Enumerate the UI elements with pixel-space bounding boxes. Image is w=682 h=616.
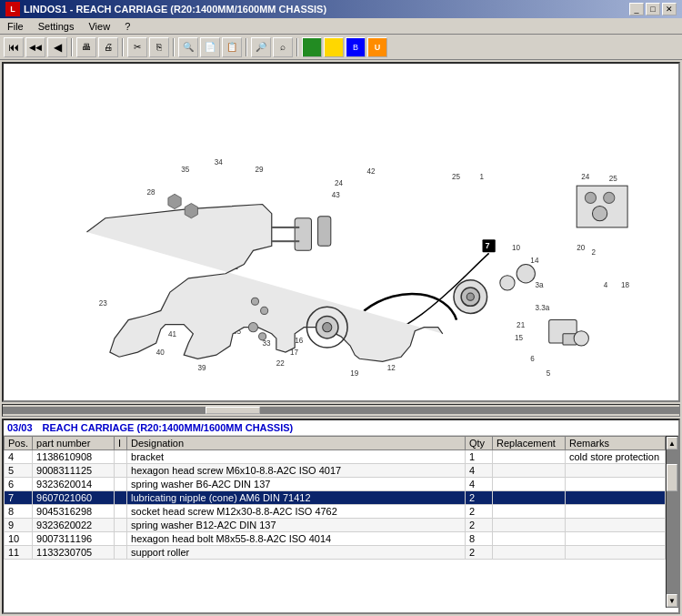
svg-point-47 xyxy=(323,323,332,332)
cell-replacement xyxy=(493,532,566,546)
green-button[interactable] xyxy=(302,37,322,57)
svg-text:40: 40 xyxy=(156,348,165,357)
cell-replacement xyxy=(493,464,566,478)
svg-text:39: 39 xyxy=(197,364,206,372)
col-header-part: part number xyxy=(33,437,115,450)
blue-button[interactable]: B xyxy=(346,37,366,57)
maximize-button[interactable]: □ xyxy=(646,3,660,15)
table-row[interactable]: 111133230705support roller2 xyxy=(5,546,666,560)
table-row[interactable]: 69323620014spring washer B6-A2C DIN 1374 xyxy=(5,478,666,491)
diagram-area[interactable]: 35 34 29 28 42 24 43 25 1 24 25 23 31 30… xyxy=(2,62,680,402)
print-button[interactable]: 🖶 xyxy=(76,37,96,57)
orange-button[interactable]: U xyxy=(367,37,387,57)
scroll-up-button[interactable]: ▲ xyxy=(667,437,677,449)
yellow-button[interactable] xyxy=(324,37,344,57)
vertical-scrollbar[interactable]: ▲ ▼ xyxy=(666,436,678,608)
svg-marker-66 xyxy=(168,194,181,208)
cell-pos: 4 xyxy=(5,450,33,464)
svg-text:12: 12 xyxy=(387,364,396,372)
cell-designation: bracket xyxy=(127,450,466,464)
svg-marker-67 xyxy=(185,203,197,217)
svg-text:34: 34 xyxy=(215,158,224,167)
search-button[interactable]: 🔎 xyxy=(251,37,271,57)
table-row[interactable]: 59008311125hexagon head screw M6x10-8.8-… xyxy=(5,464,666,478)
table-row[interactable]: 99323620022spring washer B12-A2C DIN 137… xyxy=(5,519,666,532)
sep-1 xyxy=(71,38,73,56)
svg-text:4: 4 xyxy=(604,281,608,289)
col-header-pos: Pos. xyxy=(5,437,33,450)
cell-replacement xyxy=(493,505,566,519)
page-button[interactable]: 📄 xyxy=(200,37,220,57)
horizontal-scrollbar[interactable] xyxy=(2,404,680,417)
h-scroll-thumb[interactable] xyxy=(206,407,260,414)
print2-button[interactable]: 🖨 xyxy=(98,37,118,57)
cell-remarks xyxy=(566,519,666,532)
cell-pos: 8 xyxy=(5,505,33,519)
cell-remarks xyxy=(566,491,666,505)
col-header-indicator: I xyxy=(115,437,127,450)
svg-text:35: 35 xyxy=(181,166,190,174)
menu-file[interactable]: File xyxy=(4,20,27,33)
cell-qty: 2 xyxy=(466,546,493,560)
first-button[interactable]: ⏮ xyxy=(4,37,24,57)
parts-area: 03/03 REACH CARRIAGE (R20:1400MM/1600MM … xyxy=(2,419,680,614)
copy-button[interactable]: ⎘ xyxy=(149,37,169,57)
cell-pos: 11 xyxy=(5,546,33,560)
svg-text:20: 20 xyxy=(577,244,586,252)
svg-rect-64 xyxy=(295,218,311,251)
table-row[interactable]: 89045316298socket head screw M12x30-8.8-… xyxy=(5,505,666,519)
title-bar-buttons[interactable]: _ □ ✕ xyxy=(629,3,677,15)
table-row[interactable]: 41138610908bracket1cold store protection xyxy=(5,450,666,464)
scroll-down-button[interactable]: ▼ xyxy=(667,594,677,607)
cell-part: 9008311125 xyxy=(33,464,115,478)
prev-prev-button[interactable]: ◀◀ xyxy=(25,37,45,57)
cell-pos: 5 xyxy=(5,464,33,478)
sep-4 xyxy=(246,38,247,56)
svg-point-55 xyxy=(261,307,268,314)
cell-designation: lubricating nipple (cone) AM6 DIN 71412 xyxy=(127,491,466,505)
title-bar: L LINDOS1 - REACH CARRIAGE (R20:1400MM/1… xyxy=(0,0,682,18)
cut-button[interactable]: ✂ xyxy=(127,37,147,57)
cell-part: 9007311196 xyxy=(33,532,115,546)
cell-part: 9323620022 xyxy=(33,519,115,532)
v-scroll-track xyxy=(667,449,677,594)
title-bar-left: L LINDOS1 - REACH CARRIAGE (R20:1400MM/1… xyxy=(5,2,326,16)
v-scroll-thumb[interactable] xyxy=(667,464,677,491)
svg-text:23: 23 xyxy=(99,299,108,308)
menu-view[interactable]: View xyxy=(85,20,114,33)
search2-button[interactable]: ⌕ xyxy=(273,37,293,57)
cell-remarks xyxy=(566,532,666,546)
section-title: REACH CARRIAGE (R20:1400MM/1600MM CHASSI… xyxy=(43,422,294,433)
svg-text:6: 6 xyxy=(530,355,535,363)
toolbar: ⏮ ◀◀ ◀ 🖶 🖨 ✂ ⎘ 🔍 📄 📋 🔎 ⌕ B U xyxy=(0,35,682,60)
svg-point-53 xyxy=(248,323,257,332)
cell-indicator xyxy=(115,478,127,491)
cell-remarks xyxy=(566,464,666,478)
svg-text:15: 15 xyxy=(515,334,524,342)
col-header-replacement: Replacement xyxy=(493,437,566,450)
svg-text:5: 5 xyxy=(547,369,551,378)
table-row[interactable]: 79607021060lubricating nipple (cone) AM6… xyxy=(5,491,666,505)
table-row[interactable]: 109007311196hexagon head bolt M8x55-8.8-… xyxy=(5,532,666,546)
cell-replacement xyxy=(493,546,566,560)
svg-point-52 xyxy=(517,265,535,283)
cell-qty: 2 xyxy=(466,505,493,519)
cell-designation: spring washer B12-A2C DIN 137 xyxy=(127,519,466,532)
svg-text:3.3a: 3.3a xyxy=(535,304,549,312)
close-button[interactable]: ✕ xyxy=(662,3,677,15)
minimize-button[interactable]: _ xyxy=(629,3,644,15)
page2-button[interactable]: 📋 xyxy=(222,37,242,57)
svg-text:25: 25 xyxy=(609,175,618,183)
diagram-svg: 35 34 29 28 42 24 43 25 1 24 25 23 31 30… xyxy=(4,64,678,400)
cell-indicator xyxy=(115,464,127,478)
cell-indicator xyxy=(115,450,127,464)
cell-designation: hexagon head screw M6x10-8.8-A2C ISO 401… xyxy=(127,464,466,478)
cell-qty: 1 xyxy=(466,450,493,464)
prev-button[interactable]: ◀ xyxy=(47,37,67,57)
menu-settings[interactable]: Settings xyxy=(35,20,78,33)
col-header-designation: Designation xyxy=(127,437,466,450)
col-header-qty: Qty xyxy=(466,437,493,450)
menu-help[interactable]: ? xyxy=(121,20,134,33)
cell-qty: 4 xyxy=(466,464,493,478)
zoom-out-button[interactable]: 🔍 xyxy=(178,37,198,57)
